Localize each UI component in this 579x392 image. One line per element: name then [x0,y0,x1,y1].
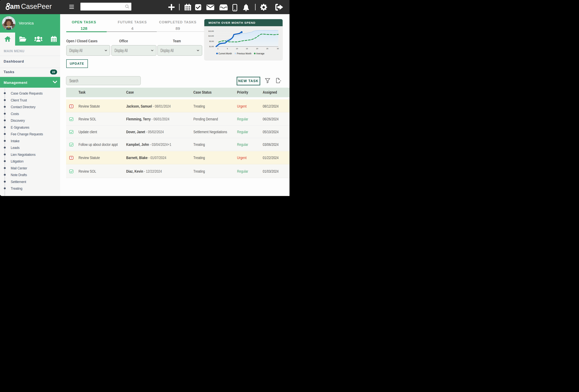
svg-text:Previous Month: Previous Month [237,52,251,55]
svg-text:Current Month: Current Month [218,52,232,55]
svg-text:25: 25 [266,48,268,50]
svg-text:5: 5 [227,48,228,50]
svg-text:20: 20 [256,48,258,50]
svg-text:$1,000: $1,000 [209,46,214,48]
svg-text:Average: Average [256,52,264,55]
svg-text:15: 15 [246,48,248,50]
svg-text:10: 10 [236,48,238,50]
svg-text:$5,000: $5,000 [209,40,214,42]
svg-text:1: 1 [217,48,218,50]
svg-text:$10,000: $10,000 [209,35,214,37]
svg-text:$15,000: $15,000 [209,30,214,32]
svg-text:30: 30 [277,48,279,50]
